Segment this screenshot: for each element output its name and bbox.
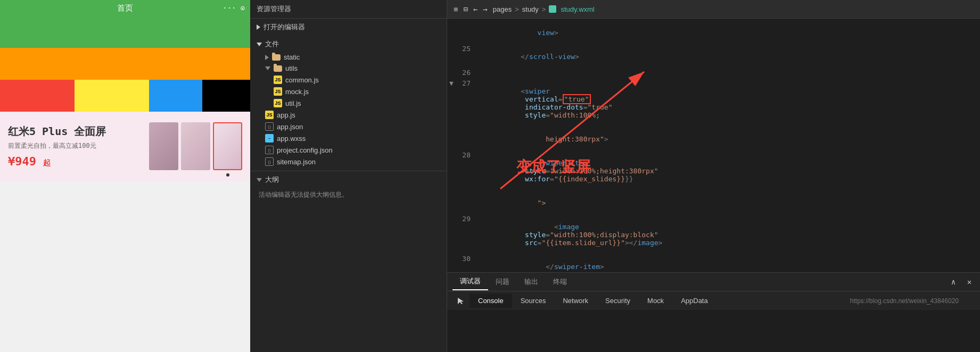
debug-subtab-network[interactable]: Network bbox=[554, 294, 597, 308]
banner-orange bbox=[0, 48, 250, 80]
breadcrumb-file: study.wxml bbox=[549, 5, 594, 13]
debug-close-icon[interactable]: ✕ bbox=[964, 276, 975, 287]
product-img-1 bbox=[149, 122, 178, 170]
banner-area: 红米5 Plus 全面屏 前置柔光自拍，最高立减100元 ¥949 起 bbox=[0, 16, 250, 181]
product-subtitle: 前置柔光自拍，最高立减100元 bbox=[8, 141, 149, 150]
breadcrumb-sep1: > bbox=[515, 5, 519, 13]
debug-tab-issues[interactable]: 问题 bbox=[488, 274, 517, 290]
product-price: ¥949 起 bbox=[8, 155, 149, 168]
files-header[interactable]: 文件 bbox=[250, 38, 447, 51]
open-editors-section: 打开的编辑器 bbox=[250, 19, 447, 36]
product-text: 红米5 Plus 全面屏 前置柔光自拍，最高立减100元 ¥949 起 bbox=[8, 124, 149, 168]
code-line-30: 30 </swiper-item> bbox=[447, 255, 980, 272]
file-tree: static utils JS common.js JS mock.js JS … bbox=[250, 51, 447, 169]
js-icon-app: JS bbox=[265, 111, 274, 119]
product-title: 红米5 Plus 全面屏 bbox=[8, 124, 149, 139]
debug-tab-terminal[interactable]: 终端 bbox=[546, 274, 574, 290]
file-item-mock-js[interactable]: JS mock.js bbox=[250, 86, 447, 97]
file-item-sitemap[interactable]: {} sitemap.json bbox=[250, 156, 447, 167]
folder-utils-expand-icon bbox=[265, 66, 270, 70]
code-line-28: 28 <swiper-item style="width:100%;height… bbox=[447, 151, 980, 191]
json-icon-project: {} bbox=[265, 146, 274, 154]
list-icon[interactable]: ≡ bbox=[454, 5, 458, 13]
folder-static-icon bbox=[272, 54, 281, 61]
price-suffix: 起 bbox=[43, 158, 51, 167]
debug-subtab-cursor[interactable] bbox=[452, 296, 470, 305]
product-img-3 bbox=[213, 122, 242, 170]
forward-icon[interactable]: → bbox=[483, 5, 487, 13]
record-icon[interactable]: ⊙ bbox=[241, 4, 245, 12]
breadcrumb-sep2: > bbox=[542, 5, 546, 13]
folder-collapse-icon bbox=[265, 55, 269, 60]
banner-product: 红米5 Plus 全面屏 前置柔光自拍，最高立减100元 ¥949 起 bbox=[0, 112, 250, 181]
phone-header: 首页 ··· ⊙ bbox=[0, 0, 250, 16]
file-item-common-js[interactable]: JS common.js bbox=[250, 74, 447, 86]
code-line-27: ▼ 27 <swiper vertical="true" indicator-d… bbox=[447, 79, 980, 127]
debug-tab-output[interactable]: 输出 bbox=[517, 274, 546, 290]
debug-expand-icon[interactable]: ∧ bbox=[948, 276, 959, 287]
debug-subtab-security[interactable]: Security bbox=[597, 294, 639, 308]
debug-bottom-tabs: Console Sources Network Security Mock Ap… bbox=[447, 291, 980, 310]
wxml-file-icon bbox=[549, 5, 556, 13]
code-line-28b: "> bbox=[447, 191, 980, 215]
outline-header[interactable]: 大纲 bbox=[250, 173, 447, 186]
files-section: 文件 static utils JS common.js JS bbox=[250, 36, 447, 171]
debug-url: https://blog.csdn.net/weixin_43846020 bbox=[850, 297, 959, 305]
js-icon-mock: JS bbox=[274, 87, 282, 96]
dot-menu-icon[interactable]: ··· bbox=[223, 4, 236, 12]
code-line-29: 29 <image style="width:100%;display:bloc… bbox=[447, 215, 980, 255]
breadcrumb-filename: study.wxml bbox=[561, 5, 594, 13]
file-item-app-json[interactable]: {} app.json bbox=[250, 121, 447, 132]
banner-green bbox=[0, 16, 250, 48]
breadcrumb-study: study bbox=[522, 5, 539, 13]
svg-marker-2 bbox=[458, 298, 464, 304]
code-line-26: 26 bbox=[447, 69, 980, 79]
product-images bbox=[149, 122, 242, 170]
js-icon: JS bbox=[274, 76, 282, 84]
breadcrumb: pages > study > study.wxml bbox=[493, 5, 595, 13]
product-img-2 bbox=[181, 122, 210, 170]
right-panel: ≡ ⊟ ← → pages > study > study.wxml view> bbox=[447, 0, 980, 352]
debug-subtab-sources[interactable]: Sources bbox=[512, 294, 555, 308]
file-item-project-config[interactable]: {} project.config.json bbox=[250, 144, 447, 156]
code-lines: view> 25 </scroll-view> 26 ▼ 27 bbox=[447, 19, 980, 272]
file-item-app-js[interactable]: JS app.js bbox=[250, 109, 447, 121]
code-line-view: view> bbox=[447, 21, 980, 45]
middle-panel: 资源管理器 打开的编辑器 文件 static utils bbox=[250, 0, 447, 352]
phone-header-title: 首页 bbox=[117, 3, 133, 13]
file-item-util-js[interactable]: JS util.js bbox=[250, 97, 447, 109]
json-icon-sitemap: {} bbox=[265, 157, 274, 166]
json-icon-app: {} bbox=[265, 122, 274, 131]
editor-toolbar: ≡ ⊟ ← → pages > study > study.wxml bbox=[447, 0, 980, 19]
banner-blue bbox=[149, 80, 202, 112]
folder-utils-icon bbox=[274, 65, 282, 72]
phone-bottom bbox=[0, 181, 250, 197]
file-item-static[interactable]: static bbox=[250, 52, 447, 63]
left-panel: 首页 ··· ⊙ 红米5 Plus 全面屏 前置柔光自拍，最高立减100元 ¥9… bbox=[0, 0, 250, 352]
banner-row2 bbox=[0, 80, 250, 112]
phone-header-icons: ··· ⊙ bbox=[223, 4, 245, 12]
wxss-icon-app: ~ bbox=[265, 134, 274, 143]
open-editors-collapse-icon bbox=[257, 24, 260, 30]
file-item-utils[interactable]: utils bbox=[250, 63, 447, 74]
files-expand-icon bbox=[257, 43, 262, 46]
debug-subtab-appdata[interactable]: AppData bbox=[672, 294, 717, 308]
file-item-app-wxss[interactable]: ~ app.wxss bbox=[250, 132, 447, 144]
debug-subtab-console[interactable]: Console bbox=[470, 294, 512, 308]
banner-black bbox=[202, 80, 250, 112]
debug-tab-debugger[interactable]: 调试器 bbox=[452, 273, 488, 290]
back-icon[interactable]: ← bbox=[473, 5, 477, 13]
debug-tab-controls: ∧ ✕ bbox=[948, 276, 975, 287]
bookmark-icon[interactable]: ⊟ bbox=[463, 5, 467, 13]
open-editors-header[interactable]: 打开的编辑器 bbox=[250, 21, 447, 33]
debug-panel: 调试器 问题 输出 终端 ∧ ✕ Console Sources Network… bbox=[447, 272, 980, 352]
explorer-header: 资源管理器 bbox=[250, 0, 447, 19]
code-area[interactable]: view> 25 </scroll-view> 26 ▼ 27 bbox=[447, 19, 980, 272]
outline-expand-icon bbox=[257, 178, 262, 182]
banner-yellow bbox=[75, 80, 149, 112]
outline-section: 大纲 活动编辑器无法提供大纲信息。 bbox=[250, 171, 447, 206]
code-line-27b: height:380rpx"> bbox=[447, 127, 980, 151]
debug-main-tabs: 调试器 问题 输出 终端 ∧ ✕ bbox=[447, 273, 980, 291]
debug-subtab-mock[interactable]: Mock bbox=[639, 294, 672, 308]
js-icon-util: JS bbox=[274, 99, 282, 107]
